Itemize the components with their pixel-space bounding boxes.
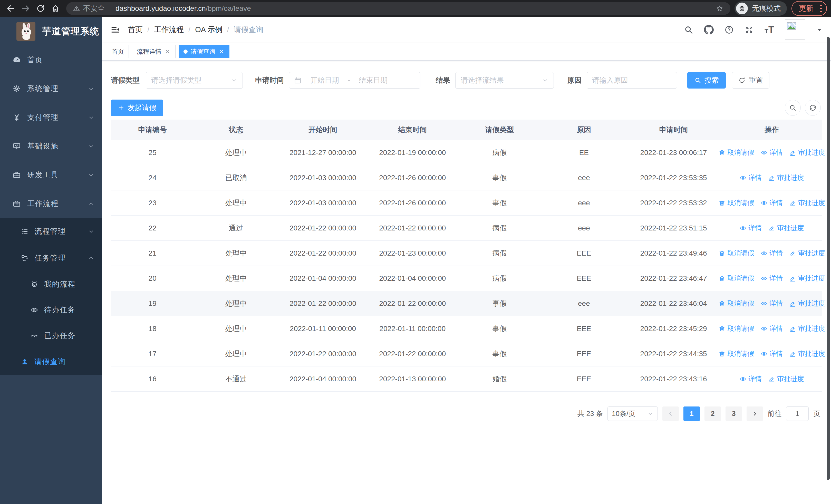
eye-icon (761, 275, 767, 282)
action-detail[interactable]: 详情 (761, 198, 783, 207)
page-button-2[interactable]: 2 (705, 407, 721, 421)
page-size-select[interactable]: 10条/页 (607, 407, 658, 421)
page-button-1[interactable]: 1 (683, 407, 700, 421)
table-row[interactable]: 17 处理中 2022-01-22 00:00:00 2022-01-22 00… (111, 341, 822, 366)
tag-process-detail[interactable]: 流程详情 (132, 45, 175, 58)
action-cancel[interactable]: 取消请假 (719, 249, 754, 258)
apply-time-range-picker[interactable]: - (289, 72, 420, 89)
reset-button[interactable]: 重置 (732, 72, 769, 89)
action-cancel[interactable]: 取消请假 (719, 324, 754, 333)
table-row[interactable]: 24 已取消 2022-01-03 00:00:00 2022-01-26 00… (111, 165, 822, 190)
pen-icon (790, 325, 796, 332)
action-progress[interactable]: 审批进度 (768, 173, 804, 182)
sidebar-item-task-mgmt[interactable]: 任务管理 (0, 245, 102, 271)
scrollbar-thumb[interactable] (827, 37, 830, 480)
breadcrumb-home[interactable]: 首页 (128, 25, 143, 35)
end-date-input[interactable] (353, 76, 394, 84)
action-progress[interactable]: 审批进度 (790, 349, 825, 358)
action-cancel[interactable]: 取消请假 (719, 299, 754, 308)
avatar[interactable] (785, 20, 805, 40)
home-icon[interactable] (49, 2, 62, 15)
action-progress[interactable]: 审批进度 (790, 198, 825, 207)
sidebar-item-workflow[interactable]: 工作流程 (0, 189, 102, 218)
reason-input[interactable] (587, 72, 677, 89)
refresh-table-icon[interactable] (805, 100, 821, 116)
action-progress[interactable]: 审批进度 (790, 148, 825, 157)
sidebar-item-home[interactable]: 首页 (0, 46, 102, 75)
action-progress[interactable]: 审批进度 (790, 324, 825, 333)
action-progress[interactable]: 审批进度 (790, 274, 825, 283)
tag-home[interactable]: 首页 (107, 45, 129, 58)
sidebar-item-done-tasks[interactable]: 已办任务 (0, 323, 102, 349)
back-icon[interactable] (4, 2, 18, 15)
sidebar-item-payment[interactable]: 支付管理 (0, 103, 102, 132)
table-row[interactable]: 22 通过 2022-01-22 00:00:00 2022-01-22 00:… (111, 215, 822, 241)
action-detail[interactable]: 详情 (740, 375, 762, 383)
prev-page-button[interactable] (662, 407, 679, 421)
action-progress[interactable]: 审批进度 (790, 299, 825, 308)
sidebar-item-infrastructure[interactable]: 基础设施 (0, 132, 102, 161)
action-detail[interactable]: 详情 (761, 349, 783, 358)
help-icon[interactable] (724, 25, 734, 34)
hamburger-icon[interactable] (110, 25, 120, 35)
table-row[interactable]: 25 处理中 2021-12-27 00:00:00 2022-01-19 00… (111, 140, 822, 165)
table-tools (785, 100, 822, 116)
action-progress[interactable]: 审批进度 (790, 249, 825, 258)
action-detail[interactable]: 详情 (761, 299, 783, 308)
sidebar-item-todo-tasks[interactable]: 待办任务 (0, 297, 102, 323)
table-row[interactable]: 20 处理中 2022-01-04 00:00:00 2022-01-04 00… (111, 266, 822, 291)
caret-down-icon[interactable] (816, 26, 823, 33)
sidebar-item-my-processes[interactable]: 我的流程 (0, 271, 102, 297)
github-icon[interactable] (704, 25, 714, 35)
create-leave-button[interactable]: 发起请假 (111, 99, 163, 116)
action-progress[interactable]: 审批进度 (768, 375, 804, 383)
search-toggle-icon[interactable] (785, 100, 801, 116)
sidebar-item-process-mgmt[interactable]: 流程管理 (0, 218, 102, 245)
action-detail[interactable]: 详情 (761, 324, 783, 333)
start-date-input[interactable] (304, 76, 345, 84)
cell-status: 处理中 (194, 299, 278, 308)
close-icon[interactable] (165, 49, 171, 55)
reload-icon[interactable] (34, 2, 47, 15)
breadcrumb-workflow[interactable]: 工作流程 (154, 25, 184, 35)
action-detail[interactable]: 详情 (761, 249, 783, 258)
sidebar-item-devtools[interactable]: 研发工具 (0, 161, 102, 189)
tag-leave-query[interactable]: 请假查询 (179, 45, 229, 58)
forward-icon[interactable] (19, 2, 32, 15)
table-row[interactable]: 19 处理中 2022-01-22 00:00:00 2022-01-22 00… (111, 291, 822, 316)
update-chip[interactable]: 更新 (792, 1, 827, 16)
result-select[interactable]: 请选择流结果 (455, 72, 554, 89)
page-button-3[interactable]: 3 (725, 407, 742, 421)
breadcrumb-oa-example[interactable]: OA 示例 (195, 25, 222, 35)
action-cancel[interactable]: 取消请假 (719, 148, 754, 157)
next-page-button[interactable] (747, 407, 763, 421)
table-row[interactable]: 21 处理中 2022-01-22 00:00:00 2022-01-23 00… (111, 241, 822, 266)
action-detail[interactable]: 详情 (740, 173, 762, 182)
sidebar-item-system[interactable]: 系统管理 (0, 75, 102, 103)
bookmark-star-icon[interactable] (716, 4, 724, 12)
action-detail[interactable]: 详情 (740, 224, 762, 233)
kebab-menu-icon[interactable] (820, 4, 822, 13)
app-logo[interactable]: 芋道管理系统 (0, 17, 102, 46)
update-label[interactable]: 更新 (799, 3, 813, 13)
cell-reason: eee (542, 199, 626, 207)
font-size-icon[interactable]: TT (765, 25, 774, 34)
table-row[interactable]: 16 不通过 2022-01-04 00:00:00 2022-01-13 00… (111, 366, 822, 392)
security-indicator[interactable]: 不安全 (73, 4, 105, 13)
action-detail[interactable]: 详情 (761, 274, 783, 283)
action-progress[interactable]: 审批进度 (768, 224, 804, 233)
address-bar[interactable]: 不安全 dashboard.yudao.iocoder.cn/bpm/oa/le… (66, 2, 730, 15)
goto-page-input[interactable] (786, 407, 809, 421)
table-row[interactable]: 18 处理中 2022-01-11 00:00:00 2022-01-11 00… (111, 316, 822, 341)
close-icon[interactable] (219, 49, 225, 55)
action-cancel[interactable]: 取消请假 (719, 198, 754, 207)
leave-type-select[interactable]: 请选择请假类型 (146, 72, 243, 89)
action-cancel[interactable]: 取消请假 (719, 274, 754, 283)
table-row[interactable]: 23 处理中 2022-01-03 00:00:00 2022-01-26 00… (111, 190, 822, 215)
fullscreen-icon[interactable] (745, 25, 754, 34)
sidebar-item-leave-query[interactable]: 请假查询 (0, 349, 102, 375)
search-button[interactable]: 搜索 (687, 72, 726, 89)
action-detail[interactable]: 详情 (761, 148, 783, 157)
search-icon[interactable] (684, 25, 693, 34)
action-cancel[interactable]: 取消请假 (719, 349, 754, 358)
